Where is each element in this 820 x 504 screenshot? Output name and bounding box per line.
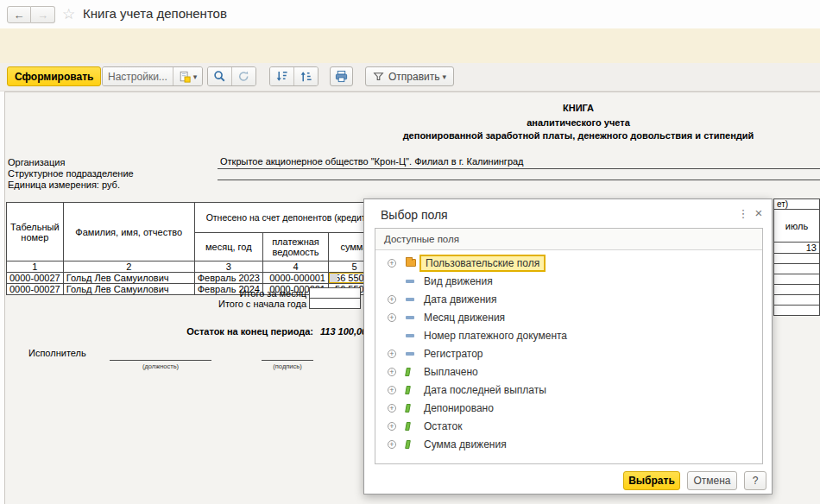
expand-icon[interactable]: + <box>388 295 396 304</box>
back-button[interactable]: ← <box>7 6 31 23</box>
available-fields-header: Доступные поля <box>375 229 762 250</box>
col-group-header-credit[interactable]: Отнесено на счет депонентов (кредит) <box>194 203 380 233</box>
table-row: 0000-00027 Гольд Лев Самуилович Февраль … <box>7 273 381 284</box>
sort-ascending-icon <box>300 70 312 83</box>
report-title-line2: аналитического учета <box>345 117 811 128</box>
col-number-cell[interactable]: 1 <box>7 261 64 273</box>
table-right-fragment: ет) июль 13 <box>773 198 820 316</box>
tree-item-label: Дата движения <box>424 293 497 306</box>
balance-label: Остаток на конец периода: <box>141 326 313 337</box>
dimension-icon <box>406 334 414 337</box>
position-caption: (должность) <box>110 362 211 370</box>
find-next-button[interactable] <box>231 67 255 85</box>
settings-button[interactable]: Настройки... <box>103 67 173 85</box>
col-header-july[interactable]: июль <box>774 210 820 243</box>
col-header-doc[interactable]: платежная ведомость <box>262 233 328 261</box>
help-button[interactable]: ? <box>744 471 766 490</box>
expand-icon[interactable]: + <box>388 404 396 413</box>
tree-item-movement-kind[interactable]: Вид движения <box>375 272 762 290</box>
tree-item-label: Остаток <box>424 420 462 432</box>
chevron-down-icon: ▾ <box>443 72 447 81</box>
tree-item-label: Номер платежного документа <box>424 330 567 342</box>
cell-employee-name[interactable]: Гольд Лев Самуилович <box>63 273 194 284</box>
empty-cell[interactable] <box>774 274 820 285</box>
available-fields-panel: Доступные поля + Пользовательские поля В… <box>375 228 763 464</box>
find-button[interactable] <box>208 67 231 85</box>
executor-label: Исполнитель <box>28 348 86 358</box>
tree-item-label: Сумма движения <box>424 438 507 450</box>
expand-icon[interactable]: + <box>388 386 396 394</box>
cancel-button[interactable]: Отмена <box>687 471 737 490</box>
position-underline <box>110 360 211 361</box>
tree-item-movement-date[interactable]: + Дата движения <box>375 290 762 308</box>
expand-icon[interactable]: + <box>388 368 396 376</box>
empty-cell[interactable] <box>774 264 820 274</box>
sort-ascending-button[interactable] <box>293 67 318 85</box>
tree-item-paid[interactable]: + Выплачено <box>375 362 762 381</box>
search-group <box>207 66 256 86</box>
dialog-menu-icon[interactable]: ⋮ <box>737 207 749 220</box>
send-button[interactable]: Отправить ▾ <box>365 66 454 86</box>
cell-doc[interactable]: 0000-000001 <box>262 273 328 284</box>
dialog-title: Выбор поля <box>381 208 448 222</box>
close-icon[interactable]: × <box>752 205 766 220</box>
select-button[interactable]: Выбрать <box>623 471 680 490</box>
sort-group <box>269 66 319 86</box>
report-toolbar: Сформировать Настройки... ▾ <box>0 63 820 91</box>
total-year-cell[interactable] <box>309 298 361 309</box>
history-nav: ← → <box>7 6 55 23</box>
filter-bar: ✓ – <box>0 28 820 63</box>
generate-button[interactable]: Сформировать <box>7 66 101 86</box>
page-title: Книга учета депонентов <box>83 6 227 21</box>
cell-month[interactable]: Февраль 2023 <box>194 273 262 284</box>
col-number-cell[interactable]: 2 <box>63 261 194 273</box>
col-number-cell[interactable]: 4 <box>262 261 328 273</box>
col-header-number[interactable]: Табельный номер <box>7 203 64 261</box>
col-header-month[interactable]: месяц, год <box>194 233 262 261</box>
balance-value: 113 100,00 <box>320 326 367 337</box>
tree-item-payment-doc-number[interactable]: Номер платежного документа <box>375 326 762 344</box>
expand-icon[interactable]: + <box>388 259 396 268</box>
settings-group: Настройки... ▾ <box>102 66 203 86</box>
empty-cell[interactable] <box>774 254 820 264</box>
search-icon <box>213 70 226 83</box>
tree-item-user-fields[interactable]: + Пользовательские поля <box>375 254 762 272</box>
tree-item-movement-sum[interactable]: + Сумма движения <box>375 435 762 453</box>
favorite-star-icon[interactable]: ☆ <box>62 5 75 23</box>
field-select-dialog: Выбор поля ⋮ × Доступные поля + Пользова… <box>363 198 773 495</box>
tree-item-remainder[interactable]: + Остаток <box>375 417 762 435</box>
tree-item-deposited[interactable]: + Депонировано <box>375 399 762 417</box>
cell-employee-number[interactable]: 0000-00027 <box>7 273 64 284</box>
col-number-cell[interactable]: 3 <box>194 261 262 273</box>
tree-item-registrar[interactable]: + Регистратор <box>375 344 762 362</box>
printer-icon <box>335 70 348 83</box>
report-org-value[interactable]: Открытое акционерное общество "Крон-Ц". … <box>220 156 524 167</box>
tree-item-label: Пользовательские поля <box>419 255 546 272</box>
col-number-cell[interactable]: 13 <box>774 243 820 254</box>
total-month-label: Итого за месяц <box>134 288 306 299</box>
expand-icon[interactable]: + <box>388 440 396 449</box>
empty-cell[interactable] <box>774 285 820 295</box>
expand-icon[interactable]: + <box>388 350 396 358</box>
expand-icon[interactable]: + <box>388 422 396 431</box>
sort-descending-button[interactable] <box>270 67 293 85</box>
sort-descending-icon <box>275 70 288 83</box>
tree-item-last-payment-date[interactable]: + Дата последней выплаты <box>375 381 762 399</box>
report-dept-label: Структурное подразделение <box>8 168 134 179</box>
forward-button[interactable]: → <box>31 6 55 23</box>
print-button[interactable] <box>330 66 353 86</box>
empty-cell[interactable] <box>774 306 820 316</box>
dimension-icon <box>406 298 414 301</box>
report-org-label: Организация <box>8 157 65 167</box>
resource-icon <box>405 440 411 449</box>
empty-cell[interactable] <box>774 295 820 306</box>
col-group-header-debit-tail[interactable]: ет) <box>774 199 820 210</box>
cell-employee-number[interactable]: 0000-00027 <box>7 284 64 295</box>
resource-icon <box>405 386 411 394</box>
report-variants-button[interactable]: ▾ <box>173 67 203 85</box>
resource-icon <box>405 422 411 431</box>
tree-item-movement-month[interactable]: + Месяц движения <box>375 308 762 326</box>
report-title-line3: депонированной заработной платы, денежно… <box>345 130 811 141</box>
col-header-name[interactable]: Фамилия, имя, отчество <box>63 203 194 261</box>
expand-icon[interactable]: + <box>388 313 396 322</box>
